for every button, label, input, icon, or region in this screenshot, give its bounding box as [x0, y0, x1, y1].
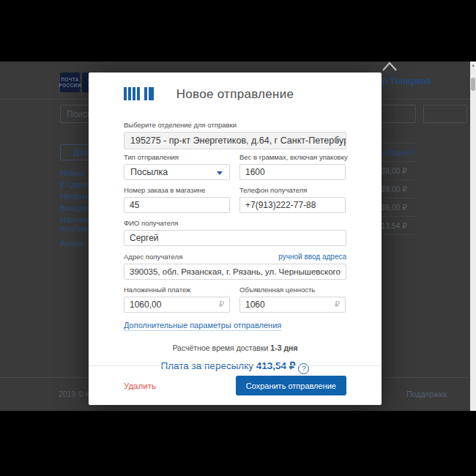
type-select-value: Посылка	[130, 167, 168, 177]
barcode-icon	[124, 87, 155, 100]
cod-input[interactable]	[124, 297, 230, 313]
weight-label: Вес в граммах, включая упаковку	[239, 153, 346, 161]
delivery-time-value: 1-3 дня	[270, 343, 297, 352]
recipient-address-input[interactable]	[124, 264, 346, 280]
ruble-sign: ₽	[219, 300, 224, 309]
scrollbar-thumb[interactable]	[471, 78, 475, 91]
delivery-time-text: Расчётное время доставки 1-3 дня	[124, 343, 346, 352]
delivery-time-label: Расчётное время доставки	[172, 343, 268, 352]
modal-title: Новое отправление	[124, 87, 346, 102]
declared-value-label: Объявленная ценность	[239, 286, 346, 294]
dropdown-caret-icon: ▼	[332, 133, 341, 149]
desktop-background: ПОЧТА РОССИИ р Топорков Добавить Новые К…	[0, 0, 476, 476]
order-number-input[interactable]	[124, 197, 230, 213]
scrollbar[interactable]: ▴	[470, 62, 476, 411]
russian-post-logo[interactable]: ПОЧТА РОССИИ	[60, 72, 80, 92]
office-label: Выберите отделение для отправки	[124, 121, 346, 129]
phone-label: Телефон получателя	[239, 186, 346, 194]
address-label: Адрес получателя	[124, 253, 182, 261]
modal-header: Новое отправление	[124, 87, 346, 102]
user-menu[interactable]: р Топорков	[382, 76, 431, 86]
recipient-name-label: ФИО получателя	[124, 219, 346, 227]
office-select[interactable]: 195275 - пр-кт Энергетиков, д.64, г Санк…	[124, 132, 346, 149]
manual-address-link[interactable]: ручной ввод адреса	[278, 253, 346, 261]
cod-label: Наложенный платеж	[124, 286, 230, 294]
support-link[interactable]: Поддержка	[406, 390, 447, 398]
logo-text-line2: РОССИИ	[59, 83, 81, 89]
ruble-sign: ₽	[335, 300, 340, 309]
shipment-type-select[interactable]: Посылка	[124, 164, 230, 180]
extra-params-link[interactable]: Дополнительные параметры отправления	[124, 321, 281, 331]
search-filter-box[interactable]	[423, 105, 467, 123]
office-select-value: 195275 - пр-кт Энергетиков, д.64, г Санк…	[130, 135, 346, 146]
chevron-up-icon[interactable]	[382, 60, 398, 72]
delete-link[interactable]: Удалить	[124, 382, 156, 390]
recipient-name-input[interactable]	[124, 230, 346, 246]
dropdown-caret-icon	[217, 171, 223, 175]
weight-input[interactable]	[239, 164, 346, 180]
save-shipment-button[interactable]: Сохранить отправление	[236, 376, 346, 395]
recipient-phone-input[interactable]	[239, 197, 346, 213]
logo-text-line1: ПОЧТА	[61, 77, 79, 83]
type-label: Тип отправления	[124, 153, 230, 161]
order-number-label: Номер заказа в магазине	[124, 186, 230, 194]
scrollbar-up-arrow[interactable]: ▴	[470, 62, 476, 68]
declared-value-input[interactable]	[239, 297, 346, 313]
modal-footer: Удалить Сохранить отправление	[89, 365, 382, 405]
new-shipment-modal: Новое отправление Выберите отделение для…	[89, 72, 382, 405]
